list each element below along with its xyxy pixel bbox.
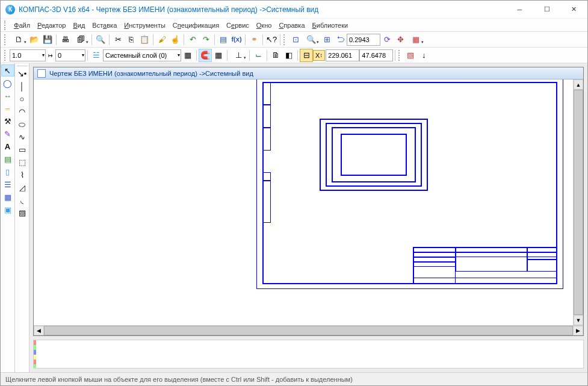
maximize-button[interactable]: ☐ [533,1,560,18]
step-type-button[interactable]: ↦ [46,49,55,62]
notation-icon: ⎓ [5,105,10,113]
page-icon: 🗐 [77,36,85,43]
print-button[interactable]: 🖶 [58,33,72,46]
menu-insert[interactable]: Вставка [88,20,120,30]
copy-button[interactable]: ⎘ [125,33,138,46]
horizontal-scrollbar[interactable]: ◀ ▶ [34,325,583,335]
coord-x-input[interactable] [326,49,359,61]
scroll-up-button[interactable]: ▲ [574,79,583,90]
scale-select[interactable]: 1.0▾ [10,49,46,61]
menu-service[interactable]: Сервис [223,20,253,30]
cut-button[interactable]: ✂ [111,33,125,46]
line-tool[interactable]: │ [16,80,29,92]
ortho-button[interactable]: ⊥▾ [229,49,247,62]
menu-window[interactable]: Окно [253,20,276,30]
construction-tool[interactable]: ⚒ [1,115,14,127]
drawing-mode-button[interactable]: 🗎 [269,49,282,62]
menu-view[interactable]: Вид [69,20,88,30]
save-button[interactable]: 💾 [41,33,54,46]
chamfer-tool[interactable]: ◿ [16,181,29,193]
notation-tool[interactable]: ⎓ [1,102,14,114]
edit-tool[interactable]: ✎ [1,128,14,140]
circle-tool[interactable]: ○ [16,93,29,105]
coord-y-input[interactable] [359,49,393,61]
grid-button[interactable]: ▦ [212,49,225,62]
minimize-button[interactable]: ─ [506,1,533,18]
preview-button[interactable]: 🔍 [94,33,107,46]
undo-button[interactable]: ↶ [186,33,199,46]
drawn-rect-4 [341,134,407,176]
text-tool[interactable]: A [1,140,14,152]
dimension-tool[interactable]: ↔ [1,90,14,102]
dash-rect-tool[interactable]: ⬚ [16,156,29,168]
menu-spec[interactable]: Спецификация [169,20,223,30]
report-tool[interactable]: ▦ [1,191,14,203]
orient-button[interactable]: ▦▾ [407,33,425,46]
apply-button[interactable]: ↓ [417,49,430,62]
property-panel[interactable] [33,340,584,369]
help-context-button[interactable]: ↖? [265,33,278,46]
pan-button[interactable]: ✥ [394,33,407,46]
variables-button[interactable]: f(x) [230,33,243,46]
drawing-canvas[interactable]: ▲ ▼ [34,79,583,325]
paste-button[interactable]: 📋 [138,33,151,46]
layer-manager-button[interactable]: ☱ [90,49,103,62]
point-tool[interactable]: ↘• [16,67,29,79]
redraw-button[interactable]: ⟳ [380,33,394,46]
snap-button[interactable]: 🧲 [199,49,212,62]
open-button[interactable]: 📂 [28,33,41,46]
view-states-button[interactable]: ▦ [181,49,194,62]
spline-tool[interactable]: ∿ [16,131,29,143]
ellipse-tool[interactable]: ⬭ [16,118,29,130]
spec-tool[interactable]: ☰ [1,178,14,190]
grip-icon[interactable] [283,34,287,45]
close-button[interactable]: ✕ [560,1,587,18]
zoom-value-input[interactable] [347,34,380,46]
grip-icon[interactable] [4,50,8,61]
fillet-tool[interactable]: ◟ [16,194,29,206]
downarrow-icon: ↓ [422,51,426,59]
param-icon: ▤ [4,155,11,163]
library-manager-button[interactable]: ▤ [217,33,230,46]
menu-edit[interactable]: Редактор [34,20,69,30]
scroll-down-button[interactable]: ▼ [574,315,583,325]
document-titlebar[interactable]: Чертеж БЕЗ ИМЕНИ (ознакомительный период… [34,67,583,79]
new-button[interactable]: 🗋▾ [10,33,28,46]
link-button[interactable]: ⚭ [247,33,261,46]
cursor-icon: ↖ [4,67,11,75]
hatch-tool[interactable]: ▨ [16,207,29,219]
layer-select[interactable]: Системный слой (0)▾ [103,49,181,61]
insert-tool[interactable]: ▣ [1,204,14,216]
grip-icon[interactable] [398,50,402,61]
zoom-prev-button[interactable]: ⮌ [333,33,347,46]
window-title: КОМПАС-3D V16 x64 - Чертеж БЕЗ ИМЕНИ (оз… [19,5,506,14]
format-painter-button[interactable]: 🖌 [155,33,169,46]
scroll-left-button[interactable]: ◀ [34,326,44,335]
zoom-window-button[interactable]: ⊞ [320,33,333,46]
round-button[interactable]: ⊟ [300,49,313,62]
param-tool[interactable]: ▤ [1,153,14,165]
measure-tool[interactable]: ▯ [1,166,14,178]
redo-button[interactable]: ↷ [199,33,212,46]
menu-file[interactable]: Файл [10,20,34,30]
menu-tools[interactable]: Инструменты [120,20,169,30]
polyline-tool[interactable]: ⌇ [16,169,29,181]
section-button[interactable]: ◧ [282,49,296,62]
arc-tool[interactable]: ◠ [16,105,29,117]
select-tool[interactable]: ↖ [1,64,14,76]
local-cs-button[interactable]: ⌙ [252,49,265,62]
rectangle-tool[interactable]: ▭ [16,143,29,155]
grip-icon[interactable] [4,34,8,45]
vertical-scrollbar[interactable]: ▲ ▼ [573,79,583,325]
menu-help[interactable]: Справка [275,20,308,30]
properties-button[interactable]: ☝ [169,33,182,46]
menu-libs[interactable]: Библиотеки [309,20,352,30]
zoom-in-button[interactable]: 🔍▾ [302,33,320,46]
geometry-tool[interactable]: ◯ [1,77,14,89]
step-select[interactable]: 0▾ [55,49,85,61]
scroll-right-button[interactable]: ▶ [573,326,583,335]
zoom-extents-button[interactable]: ⊡ [289,33,302,46]
stop-button[interactable]: ▧ [404,49,417,62]
print-preview-button[interactable]: 🗐▾ [72,33,90,46]
grip-icon[interactable] [4,20,8,30]
